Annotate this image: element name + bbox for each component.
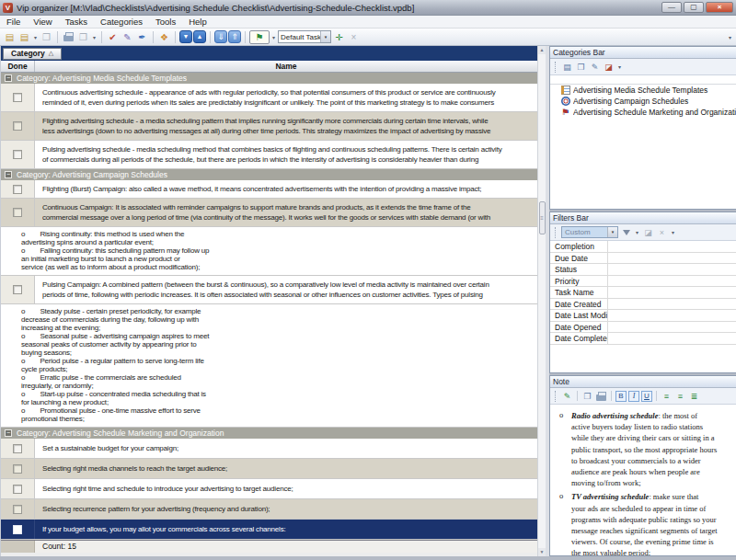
task-row[interactable]: Continuous advertising schedule - appear… — [1, 84, 537, 112]
print-icon[interactable] — [595, 390, 607, 402]
checkbox[interactable] — [13, 185, 22, 194]
chevron-down-icon[interactable]: ▾ — [320, 31, 330, 42]
category-item[interactable]: Advertising Campaign Schedules 3 3 — [550, 96, 736, 107]
task-subitems[interactable]: o Steady pulse - certain preset periodic… — [1, 304, 537, 428]
checkbox[interactable] — [13, 464, 22, 474]
group-by-category-button[interactable]: Category △ — [3, 48, 62, 60]
task-row[interactable]: Flighting (Burst) Campaign: also called … — [1, 180, 537, 199]
apply-template-icon[interactable]: ✛ — [332, 30, 346, 44]
group-header[interactable]: − Category: Advertising Media Schedule T… — [1, 73, 537, 84]
apply-filter-icon[interactable] — [620, 226, 632, 238]
task-name[interactable]: Selecting right media channels to reach … — [35, 459, 537, 478]
task-row[interactable]: Pulsing advertising schedule - media sch… — [1, 141, 537, 169]
filter-value[interactable] — [607, 322, 736, 333]
edit-task-icon[interactable]: ✎ — [121, 30, 134, 44]
bullet-list-icon[interactable]: ≣ — [688, 390, 700, 402]
menu-view[interactable]: View — [27, 16, 58, 28]
filters-overflow-icon[interactable]: ▾ — [670, 229, 676, 235]
new-dropdown-icon[interactable]: ▾ — [32, 34, 39, 40]
filter-value[interactable] — [607, 264, 736, 275]
filter-dropdown-icon[interactable]: ▾ — [634, 229, 640, 235]
filter-preset-select[interactable]: Custom ▾ — [561, 226, 618, 238]
filter-value[interactable] — [607, 333, 736, 344]
default-task-select[interactable]: Default Task ▾ — [278, 30, 331, 43]
task-subitems[interactable]: o Rising continuity: this method is used… — [1, 227, 537, 276]
column-done[interactable]: Done — [1, 61, 35, 72]
notes-pen-icon[interactable]: ✒ — [135, 30, 149, 44]
collapse-icon[interactable]: − — [5, 429, 12, 437]
maximize-button[interactable]: ▢ — [684, 2, 704, 13]
menu-help[interactable]: Help — [182, 16, 213, 28]
menu-categories[interactable]: Categories — [94, 16, 149, 28]
filter-value[interactable] — [607, 299, 736, 310]
task-name[interactable]: If your budget allows, you may allot you… — [35, 520, 537, 539]
underline-icon[interactable]: U — [641, 391, 652, 402]
move-task-icon[interactable]: ❖ — [157, 30, 171, 44]
new-note-icon[interactable]: ▤ — [17, 30, 31, 44]
group-header[interactable]: − Category: Advertising Campaign Schedul… — [1, 169, 537, 180]
filter-value[interactable] — [607, 253, 736, 264]
print-preview-icon[interactable]: ❐ — [76, 30, 90, 44]
filter-value[interactable] — [607, 310, 736, 321]
checkbox[interactable] — [13, 121, 22, 131]
task-row[interactable]: Pulsing Campaign: A combined pattern (be… — [1, 276, 537, 304]
group-header[interactable]: − Category: Advertising Schedule Marketi… — [1, 428, 537, 439]
clear-filter-icon[interactable]: ◪ — [642, 226, 654, 238]
task-name[interactable]: Pulsing advertising schedule - media sch… — [35, 141, 537, 168]
categories-overflow-icon[interactable]: ▾ — [616, 63, 623, 70]
checkbox[interactable] — [13, 208, 22, 217]
collapse-icon[interactable]: − — [5, 74, 12, 82]
complete-task-icon[interactable]: ✔ — [106, 30, 120, 44]
toolbar-overflow-icon[interactable]: ▾ — [727, 34, 733, 40]
scrollbar-thumb[interactable]: ≡ — [539, 201, 546, 234]
minimize-button[interactable]: — — [661, 2, 682, 13]
add-category-icon[interactable]: ▤ — [561, 61, 573, 73]
filter-value[interactable] — [607, 241, 736, 252]
task-row[interactable]: Selecting right media channels to reach … — [1, 459, 537, 479]
task-name[interactable]: Flighting advertising schedule - a media… — [35, 112, 537, 140]
task-name[interactable]: Continuous advertising schedule - appear… — [35, 84, 537, 111]
task-name[interactable]: Flighting (Burst) Campaign: also called … — [35, 180, 537, 198]
delete-category-icon[interactable]: ◪ — [603, 61, 615, 73]
category-item[interactable]: ⚑ Advertising Schedule Marketing and Org… — [550, 107, 736, 118]
align-left-icon[interactable]: ≡ — [661, 390, 673, 402]
italic-icon[interactable]: I — [628, 391, 639, 402]
checkbox[interactable] — [13, 150, 22, 159]
task-row[interactable]: Continuous Campaign: It is associated wi… — [1, 199, 537, 227]
close-button[interactable]: × — [706, 2, 733, 13]
bold-icon[interactable]: B — [615, 391, 627, 402]
task-name[interactable]: Continuous Campaign: It is associated wi… — [35, 199, 537, 226]
menu-file[interactable]: File — [0, 16, 27, 28]
add-subcategory-icon[interactable]: ❐ — [575, 61, 587, 73]
checkbox[interactable] — [13, 444, 22, 453]
duplicate-task-icon[interactable]: ❐ — [40, 30, 53, 44]
new-task-icon[interactable]: ▤ — [3, 30, 17, 44]
checkbox[interactable] — [13, 485, 22, 494]
task-name[interactable]: Set a sustainable budget for your campai… — [35, 439, 537, 458]
menu-tasks[interactable]: Tasks — [59, 16, 94, 28]
delete-icon[interactable]: × — [347, 30, 361, 44]
category-item-selected[interactable]: Advertising Media Schedule Templates 3 3 — [550, 85, 736, 96]
edit-note-icon[interactable]: ✎ — [561, 390, 573, 402]
task-name[interactable]: Selecting right time and schedule to int… — [35, 479, 537, 498]
collapse-all-icon[interactable]: ⇑ — [228, 30, 241, 43]
expand-all-icon[interactable]: ⇓ — [214, 30, 227, 43]
task-row[interactable]: Selecting recurrence pattern for your ad… — [1, 499, 537, 520]
print-icon[interactable] — [62, 30, 75, 44]
flag-dropdown-icon[interactable]: ▾ — [270, 34, 277, 40]
task-row-selected[interactable]: If your budget allows, you may allot you… — [1, 520, 537, 540]
filter-value[interactable] — [607, 276, 736, 287]
checkbox[interactable] — [13, 505, 22, 514]
task-row[interactable]: Set a sustainable budget for your campai… — [1, 439, 537, 459]
vertical-scrollbar[interactable]: ▲ ≡ ▼ — [537, 46, 546, 556]
move-down-icon[interactable]: ▼ — [179, 30, 192, 43]
column-name[interactable]: Name — [35, 61, 537, 72]
align-center-icon[interactable]: ≡ — [674, 390, 686, 402]
filter-value[interactable] — [607, 287, 736, 298]
checkbox[interactable] — [13, 525, 22, 534]
task-row[interactable]: Flighting advertising schedule - a media… — [1, 112, 537, 141]
task-name[interactable]: Selecting recurrence pattern for your ad… — [35, 499, 537, 519]
menu-tools[interactable]: Tools — [149, 16, 182, 28]
collapse-icon[interactable]: − — [5, 171, 12, 178]
print-dropdown-icon[interactable]: ▾ — [91, 34, 98, 40]
